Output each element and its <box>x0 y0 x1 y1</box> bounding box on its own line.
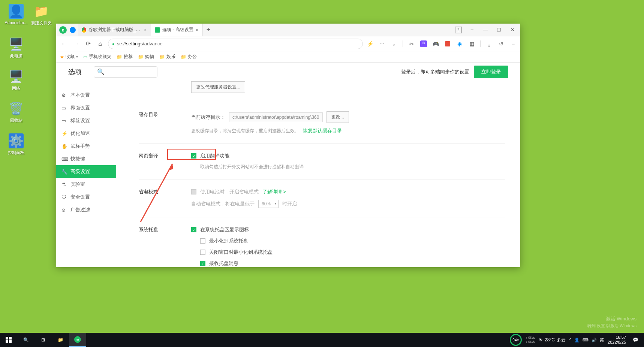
close-window-button[interactable]: ✕ <box>509 27 516 33</box>
search-input[interactable] <box>106 69 154 75</box>
windows-watermark: 激活 Windows 转到 设置 以激活 Windows <box>587 316 637 329</box>
extension-game-icon[interactable]: 🎮 <box>432 40 439 47</box>
tab-1[interactable]: 选项 - 高级设置× <box>151 24 203 36</box>
desktop-icon-0[interactable]: 👤Administra... <box>3 4 29 25</box>
desktop-icon-2[interactable]: 🖥️此电脑 <box>3 37 29 59</box>
power-auto-suffix: 时开启 <box>282 200 297 207</box>
bookmark-5[interactable]: 📁办公 <box>181 54 197 60</box>
battery-indicator[interactable]: 94% <box>510 334 522 346</box>
power-battery-checkbox[interactable] <box>191 189 196 194</box>
app-icon: e <box>59 26 67 34</box>
tray-show-checkbox[interactable]: ✓ <box>191 227 196 232</box>
bookmark-4[interactable]: 📁娱乐 <box>159 54 175 60</box>
translate-hint: 取消勾选后打开外文网站时不会进行提醒和自动翻译 <box>200 164 304 170</box>
sidebar-item-0[interactable]: ⚙基本设置 <box>56 89 116 102</box>
ime-indicator[interactable]: 英 <box>600 337 604 343</box>
more-icon[interactable]: ⋯ <box>379 40 385 47</box>
weather-widget[interactable]: ☀ 28°C 多云 <box>539 337 566 343</box>
power-threshold-select[interactable]: 60% <box>258 200 279 208</box>
back-button[interactable]: ← <box>60 40 68 48</box>
desktop-icon-1[interactable]: 📁新建文件夹 <box>28 4 54 26</box>
desktop-icon-4[interactable]: 🗑️回收站 <box>3 101 29 123</box>
tray-volume-icon[interactable]: 🔊 <box>592 338 597 343</box>
cache-label: 当前缓存目录： <box>191 114 225 121</box>
sidebar-item-9[interactable]: ⊘广告过滤 <box>56 203 116 216</box>
sidebar-item-8[interactable]: 🛡安全设置 <box>56 191 116 203</box>
desktop-icon-5[interactable]: ⚙️控制面板 <box>3 133 29 156</box>
desktop-icon-3[interactable]: 🖥️网络 <box>3 69 29 91</box>
section-power-title: 省电模式 <box>139 188 191 208</box>
browser-taskbar-button[interactable]: e <box>69 333 86 347</box>
menu-icon[interactable]: ≡ <box>510 40 517 47</box>
section-cache-title: 缓存目录 <box>139 111 191 134</box>
sidebar-item-2[interactable]: ▭标签设置 <box>56 114 116 127</box>
address-bar: ← → ⟳ ⌂ ● se://settings/advance ⚡ ⋯ ⌄ ✂ … <box>56 36 520 51</box>
tray-receive-checkbox[interactable]: ✓ <box>200 261 205 266</box>
forward-button[interactable]: → <box>72 40 80 48</box>
sidebar-item-5[interactable]: ⌨快捷键 <box>56 153 116 165</box>
tray-keyboard-icon[interactable]: ⌨ <box>583 338 589 343</box>
minimize-button[interactable]: — <box>482 27 489 33</box>
task-view-button[interactable]: ⊞ <box>34 333 52 347</box>
login-button[interactable]: 立即登录 <box>474 66 508 78</box>
svg-rect-2 <box>6 337 8 340</box>
tab-close-icon[interactable]: × <box>144 27 147 33</box>
tray-people-icon[interactable]: 👤 <box>574 338 580 343</box>
tab-close-icon[interactable]: × <box>196 27 199 33</box>
smart-window-icon[interactable]: ⫟ <box>469 27 475 33</box>
notifications-button[interactable]: 💬 <box>630 333 641 347</box>
cache-change-button[interactable]: 更改... <box>326 111 349 123</box>
settings-search[interactable]: 🔍 <box>94 66 157 78</box>
tray-minimize-label: 最小化到系统托盘 <box>209 238 248 244</box>
profile-icon[interactable] <box>70 27 76 33</box>
url-input[interactable]: ● se://settings/advance <box>108 39 363 49</box>
home-button[interactable]: ⌂ <box>96 40 104 48</box>
start-button[interactable] <box>0 333 17 347</box>
tray-close-min-label: 关闭窗口时最小化到系统托盘 <box>209 249 273 256</box>
clock[interactable]: 16:57 2022/8/25 <box>608 335 626 345</box>
tray-chevron-icon[interactable]: ^ <box>569 338 571 342</box>
lock-icon: ● <box>112 42 115 46</box>
scissors-icon[interactable]: ✂ <box>408 40 415 47</box>
tray-close-min-checkbox[interactable] <box>200 250 205 255</box>
sidebar-item-7[interactable]: ⚗实验室 <box>56 178 116 191</box>
power-battery-label: 使用电池时，开启省电模式 <box>200 188 259 195</box>
lightning-icon[interactable]: ⚡ <box>367 40 373 47</box>
settings-sidebar: ⚙基本设置▭界面设置▭标签设置⚡优化加速✋鼠标手势⌨快捷键🔧高级设置⚗实验室🛡安… <box>56 81 116 267</box>
new-tab-button[interactable]: + <box>203 26 214 34</box>
translate-checkbox[interactable]: ✓ <box>191 153 196 159</box>
extension-blue-icon[interactable]: ◉ <box>456 40 463 47</box>
sidebar-item-6[interactable]: 🔧高级设置 <box>56 165 116 178</box>
browser-window: e 谷歌浏览器下载电脑版_谷歌浏...×选项 - 高级设置× + 2 ⫟ — ☐… <box>56 24 520 267</box>
bookmark-1[interactable]: ▭手机收藏夹 <box>83 54 111 60</box>
maximize-button[interactable]: ☐ <box>496 27 502 33</box>
system-tray[interactable]: ^ 👤 ⌨ 🔊 英 <box>569 337 604 343</box>
download-icon[interactable]: ⭳ <box>486 40 493 47</box>
svg-rect-3 <box>9 337 12 340</box>
extension-red-icon[interactable] <box>444 40 451 47</box>
file-explorer-button[interactable]: 📁 <box>52 333 69 347</box>
proxy-settings-button[interactable]: 更改代理服务器设置... <box>191 81 245 93</box>
grid-icon[interactable]: ▦ <box>468 40 475 47</box>
svg-rect-5 <box>9 340 12 343</box>
section-translate-title: 网页翻译 <box>139 153 191 170</box>
sidebar-item-4[interactable]: ✋鼠标手势 <box>56 140 116 153</box>
power-learn-more-link[interactable]: 了解详情 > <box>262 188 286 195</box>
reload-button[interactable]: ⟳ <box>84 40 92 48</box>
tab-count[interactable]: 2 <box>455 27 462 33</box>
bookmarks-bar: ★收藏▾▭手机收藏夹📁推荐📁购物📁娱乐📁办公 <box>56 51 520 63</box>
tab-0[interactable]: 谷歌浏览器下载电脑版_谷歌浏...× <box>78 24 151 36</box>
sidebar-item-3[interactable]: ⚡优化加速 <box>56 127 116 140</box>
chevron-down-icon[interactable]: ⌄ <box>391 40 397 47</box>
extension-purple-icon[interactable]: ᴮ <box>420 40 427 47</box>
sidebar-item-1[interactable]: ▭界面设置 <box>56 102 116 114</box>
cache-restore-link[interactable]: 恢复默认缓存目录 <box>303 127 342 134</box>
tray-minimize-checkbox[interactable] <box>200 238 205 244</box>
bookmark-3[interactable]: 📁购物 <box>138 54 154 60</box>
search-button[interactable]: 🔍 <box>17 333 34 347</box>
history-icon[interactable]: ↺ <box>498 40 505 47</box>
bookmark-2[interactable]: 📁推荐 <box>117 54 133 60</box>
bookmark-0[interactable]: ★收藏▾ <box>60 54 78 60</box>
tab-strip: 谷歌浏览器下载电脑版_谷歌浏...×选项 - 高级设置× <box>78 24 203 36</box>
cache-path-input[interactable] <box>229 112 323 122</box>
